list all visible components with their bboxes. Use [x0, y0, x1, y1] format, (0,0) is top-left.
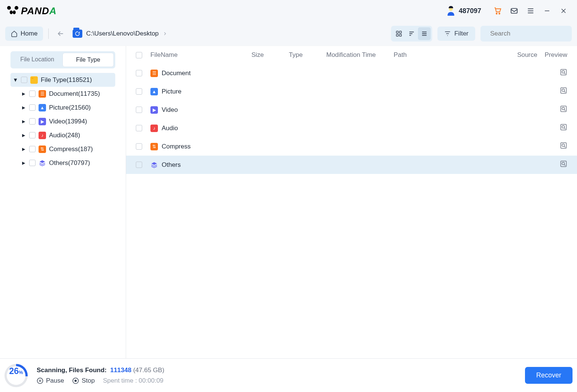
view-switcher [391, 26, 432, 42]
folder-icon [30, 76, 38, 84]
audio-icon: ♪ [39, 132, 46, 139]
preview-button[interactable] [560, 68, 567, 78]
pause-button[interactable]: Pause [37, 377, 64, 385]
svg-rect-38 [561, 143, 567, 148]
checkbox[interactable] [21, 77, 27, 83]
search-input[interactable] [490, 30, 570, 37]
file-row-audio[interactable]: ♪Audio [126, 119, 577, 137]
col-modification[interactable]: Modification Time [326, 51, 394, 59]
user-chip[interactable]: 487097 [446, 6, 481, 16]
col-preview[interactable]: Preview [537, 51, 567, 59]
checkbox[interactable] [29, 160, 36, 166]
col-path[interactable]: Path [394, 51, 504, 59]
toolbar: Home C:\Users\Lenovo\Desktop Filter [0, 22, 577, 46]
svg-point-39 [562, 144, 565, 147]
svg-rect-16 [396, 34, 398, 36]
checkbox[interactable] [29, 91, 36, 97]
preview-button[interactable] [560, 87, 567, 96]
tree-label: Others(70797) [49, 159, 90, 167]
checkbox[interactable] [29, 146, 36, 152]
caret-right-icon[interactable]: ▸ [21, 131, 26, 139]
stop-button[interactable]: Stop [72, 377, 95, 385]
picture-icon: ▲ [39, 104, 46, 111]
checkbox[interactable] [136, 125, 142, 131]
tab-file-location[interactable]: File Location [12, 53, 62, 67]
file-row-others[interactable]: Others [126, 156, 577, 174]
checkbox[interactable] [29, 118, 36, 125]
home-button[interactable]: Home [5, 27, 43, 41]
file-row-document[interactable]: ☰Document [126, 64, 577, 82]
svg-line-31 [564, 91, 565, 92]
checkbox[interactable] [29, 104, 36, 111]
files-found-size: (47.65 GB) [133, 367, 164, 374]
panda-icon [7, 6, 19, 16]
caret-right-icon[interactable]: ▸ [21, 117, 26, 125]
preview-button[interactable] [560, 105, 567, 114]
tree-node-audio[interactable]: ▸♪Audio(248) [10, 128, 115, 142]
scan-status: Scanning, Files Found: 111348 (47.65 GB)… [37, 367, 164, 385]
search-box[interactable] [480, 26, 572, 42]
svg-rect-14 [396, 31, 398, 33]
caret-right-icon[interactable]: ▸ [21, 104, 26, 111]
menu-icon[interactable] [524, 4, 537, 18]
col-filename[interactable]: FileName [150, 51, 251, 59]
preview-button[interactable] [560, 142, 567, 151]
checkbox[interactable] [136, 143, 142, 150]
svg-rect-26 [561, 70, 567, 75]
home-label: Home [21, 30, 37, 37]
caret-right-icon[interactable]: ▸ [21, 159, 26, 167]
view-list-button[interactable] [418, 27, 431, 40]
tree-root[interactable]: ▾ File Type(118521) [10, 73, 115, 87]
file-name: Video [162, 106, 178, 114]
minimize-button[interactable] [540, 4, 554, 18]
file-row-picture[interactable]: ▲Picture [126, 82, 577, 101]
svg-point-0 [7, 6, 11, 10]
filter-button[interactable]: Filter [437, 27, 475, 41]
checkbox-all[interactable] [136, 52, 142, 58]
checkbox[interactable] [136, 70, 142, 76]
view-grid-button[interactable] [393, 27, 405, 40]
tab-file-type[interactable]: File Type [62, 53, 114, 67]
tree-node-picture[interactable]: ▸▲Picture(21560) [10, 101, 115, 114]
caret-right-icon[interactable]: ▸ [21, 90, 26, 98]
tree-node-video[interactable]: ▸▶Video(13994) [10, 114, 115, 128]
col-size[interactable]: Size [251, 51, 289, 59]
arrow-left-icon [57, 30, 65, 38]
checkbox[interactable] [29, 132, 36, 138]
preview-button[interactable] [560, 160, 567, 169]
checkbox[interactable] [136, 162, 142, 168]
preview-button[interactable] [560, 123, 567, 133]
cart-icon[interactable] [491, 4, 504, 18]
view-detail-button[interactable] [405, 27, 418, 40]
tree-node-others[interactable]: ▸Others(70797) [10, 156, 115, 170]
svg-rect-7 [511, 9, 518, 13]
file-row-video[interactable]: ▶Video [126, 101, 577, 119]
svg-line-40 [564, 146, 565, 147]
tree-node-document[interactable]: ▸☰Document(11735) [10, 87, 115, 101]
document-icon: ☰ [150, 70, 158, 77]
filter-label: Filter [454, 30, 468, 37]
svg-point-33 [562, 107, 565, 110]
percent-sign: % [19, 370, 23, 375]
file-name: Audio [162, 125, 178, 132]
svg-rect-17 [400, 34, 402, 36]
recover-button[interactable]: Recover [525, 367, 573, 384]
user-id: 487097 [459, 7, 481, 15]
mail-icon[interactable] [507, 4, 521, 18]
main: File Location File Type ▾ File Type(1185… [0, 46, 577, 358]
col-source[interactable]: Source [504, 51, 537, 59]
drive-icon [73, 30, 82, 38]
video-icon: ▶ [150, 106, 158, 114]
col-type[interactable]: Type [289, 51, 326, 59]
back-button[interactable] [54, 27, 67, 40]
svg-point-48 [75, 380, 77, 382]
file-name: Compress [162, 143, 190, 150]
checkbox[interactable] [136, 107, 142, 113]
file-row-compress[interactable]: ⇅Compress [126, 137, 577, 156]
checkbox[interactable] [136, 88, 142, 95]
close-button[interactable] [557, 4, 570, 18]
tree-node-compress[interactable]: ▸⇅Compress(187) [10, 142, 115, 156]
caret-down-icon[interactable]: ▾ [13, 76, 18, 84]
breadcrumb[interactable]: C:\Users\Lenovo\Desktop [73, 30, 168, 38]
caret-right-icon[interactable]: ▸ [21, 145, 26, 153]
